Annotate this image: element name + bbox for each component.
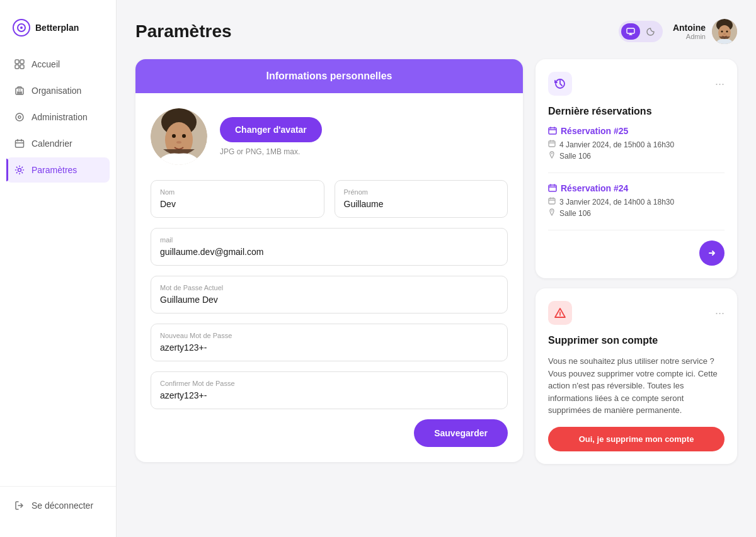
nav-items: Accueil Organisation Adminis [0, 52, 116, 486]
card-body: Changer d'avatar JPG or PNG, 1MB max. No… [135, 93, 523, 462]
name-row: Nom Dev Prénom Guillaume [151, 180, 508, 218]
avatar-upload: Changer d'avatar JPG or PNG, 1MB max. [220, 117, 322, 156]
gear-icon [14, 164, 25, 176]
user-info[interactable]: Antoine Admin [673, 19, 737, 44]
nom-label: Nom [160, 188, 315, 196]
current-pass-field[interactable]: Mot de Passe Actuel Guillaume Dev [151, 276, 508, 314]
delete-account-card: ··· Supprimer son compte Vous ne souhait… [536, 288, 737, 464]
file-hint: JPG or PNG, 1MB max. [220, 147, 322, 156]
reservation-item: Réservation #24 3 Janvier 2024, de 14h00… [548, 183, 724, 230]
logo-text: Betterplan [35, 23, 79, 33]
new-pass-row: Nouveau Mot de Passe azerty123+- [151, 324, 508, 361]
res-room: Salle 106 [548, 208, 724, 218]
right-panel: ··· Dernière réservations Réservation #2… [536, 59, 737, 464]
change-avatar-button[interactable]: Changer d'avatar [220, 117, 322, 142]
email-row: mail guillaume.dev@gmail.com [151, 228, 508, 266]
reservation-name: Réservation #25 [548, 126, 724, 136]
svg-rect-27 [549, 185, 556, 191]
reservations-title: Dernière réservations [548, 106, 724, 117]
svg-rect-5 [20, 65, 24, 69]
sidebar-item-label: Calendrier [32, 138, 72, 149]
svg-point-15 [721, 31, 723, 33]
email-field[interactable]: mail guillaume.dev@gmail.com [151, 228, 508, 266]
new-pass-label: Nouveau Mot de Passe [160, 332, 498, 339]
user-name: Antoine [673, 23, 706, 33]
svg-point-21 [172, 134, 176, 138]
avatar [712, 19, 737, 44]
page-header: Paramètres Antoine Admin [135, 19, 737, 44]
mail-value: guillaume.dev@gmail.com [160, 247, 263, 257]
logout-icon [14, 500, 25, 511]
history-icon [554, 77, 566, 90]
reservations-footer [548, 240, 724, 266]
confirm-pass-value: azerty123+- [160, 390, 207, 400]
svg-point-8 [18, 116, 21, 118]
logo[interactable]: Betterplan [0, 13, 116, 52]
svg-point-30 [559, 315, 560, 316]
sidebar-bottom: Se déconnecter [0, 486, 116, 524]
reservation-icon [548, 184, 557, 193]
res-date: 3 Janvier 2024, de 14h00 à 18h30 [548, 197, 724, 206]
delete-more-options-button[interactable]: ··· [715, 307, 724, 319]
svg-point-22 [182, 134, 186, 138]
active-indicator [6, 159, 8, 181]
svg-point-7 [16, 113, 23, 121]
avatar-section: Changer d'avatar JPG or PNG, 1MB max. [151, 108, 508, 165]
sidebar-item-accueil[interactable]: Accueil [6, 52, 110, 77]
prenom-label: Prénom [344, 188, 499, 196]
reservation-item: Réservation #25 4 Janvier 2024, de 15h00… [548, 126, 724, 173]
warning-icon [554, 307, 566, 319]
logout-label: Se déconnecter [32, 500, 93, 511]
current-pass-value: Guillaume Dev [160, 295, 218, 305]
pin-icon [548, 208, 556, 218]
confirm-pass-field[interactable]: Confirmer Mot de Passe azerty123+- [151, 371, 508, 409]
prenom-field[interactable]: Prénom Guillaume [335, 180, 508, 218]
profile-avatar [151, 108, 207, 165]
prenom-value: Guillaume [344, 199, 384, 209]
reservation-icon [548, 127, 557, 135]
confirm-pass-row: Confirmer Mot de Passe azerty123+- [151, 371, 508, 409]
sidebar-item-organisation[interactable]: Organisation [6, 78, 110, 103]
delete-title: Supprimer son compte [548, 335, 724, 346]
nom-value: Dev [160, 199, 176, 209]
content-grid: Informations personnelles [135, 59, 737, 464]
pin-icon [548, 151, 556, 161]
view-all-reservations-button[interactable] [699, 240, 724, 266]
calendar-icon [14, 138, 25, 149]
svg-rect-3 [20, 60, 24, 64]
svg-rect-24 [549, 128, 556, 134]
svg-point-17 [723, 33, 726, 35]
save-button[interactable]: Sauvegarder [414, 419, 508, 447]
user-role: Admin [673, 33, 706, 40]
page-title: Paramètres [135, 21, 232, 42]
sidebar-item-label: Accueil [32, 59, 60, 69]
svg-rect-4 [15, 65, 19, 69]
svg-point-26 [551, 153, 553, 154]
delete-account-button[interactable]: Oui, je supprime mon compte [548, 427, 724, 451]
sidebar-item-administration[interactable]: Administration [6, 105, 110, 130]
confirm-pass-label: Confirmer Mot de Passe [160, 380, 498, 387]
calendar-small-icon [548, 197, 556, 206]
monitor-theme-button[interactable] [621, 23, 640, 40]
delete-description: Vous ne souhaitez plus utiliser notre se… [548, 355, 724, 417]
sidebar-item-calendrier[interactable]: Calendrier [6, 131, 110, 156]
svg-rect-9 [16, 140, 24, 147]
logout-button[interactable]: Se déconnecter [6, 493, 110, 518]
card-header: Informations personnelles [135, 59, 523, 93]
dark-theme-button[interactable] [641, 23, 660, 40]
current-pass-row: Mot de Passe Actuel Guillaume Dev [151, 276, 508, 314]
sidebar-item-label: Paramètres [32, 165, 77, 175]
svg-rect-11 [627, 28, 634, 33]
warning-icon-wrapper [548, 301, 572, 325]
grid-icon [14, 59, 25, 70]
main-content: Paramètres Antoine Admin [117, 0, 756, 537]
sidebar-item-label: Administration [32, 112, 88, 122]
svg-point-29 [551, 210, 553, 212]
new-pass-field[interactable]: Nouveau Mot de Passe azerty123+- [151, 324, 508, 361]
reservations-card-header: ··· [548, 72, 724, 96]
more-options-button[interactable]: ··· [715, 78, 724, 89]
svg-point-16 [726, 31, 728, 33]
nom-field[interactable]: Nom Dev [151, 180, 324, 218]
svg-rect-6 [16, 88, 23, 94]
sidebar-item-parametres[interactable]: Paramètres [6, 157, 110, 183]
